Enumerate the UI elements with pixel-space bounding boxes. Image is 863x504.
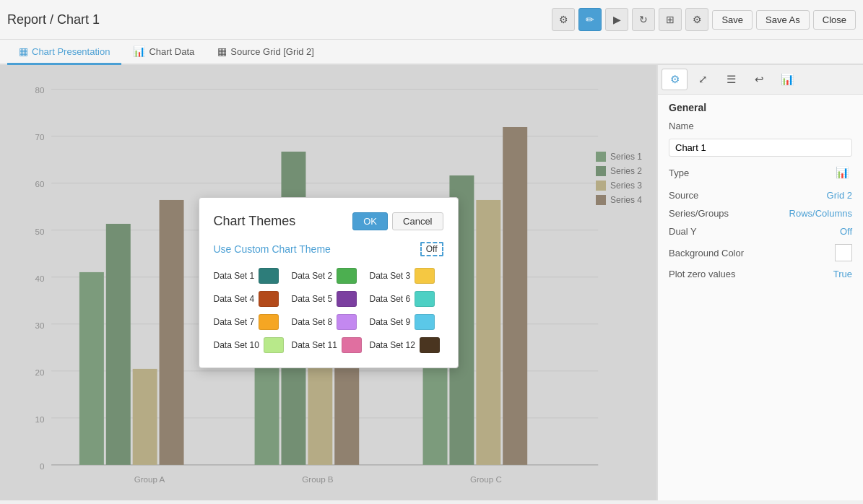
tab-chart-presentation[interactable]: ▦ Chart Presentation — [7, 40, 121, 65]
close-button[interactable]: Close — [813, 10, 856, 30]
header-toolbar: ⚙ ✏ ▶ ↻ ⊞ ⚙ Save Save As Close — [552, 8, 856, 31]
dataset-color-11[interactable] — [342, 337, 362, 353]
dataset-label-8: Data Set 8 — [292, 317, 333, 327]
dataset-color-9[interactable] — [415, 314, 435, 330]
expand-icon-btn[interactable]: ⊞ — [659, 8, 682, 31]
panel-tabs: ⚙ ⤢ ☰ ↩ 📊 — [658, 65, 863, 95]
chart-presentation-icon: ▦ — [19, 45, 28, 57]
dataset-label-11: Data Set 11 — [292, 340, 337, 350]
page-title: Report / Chart 1 — [7, 12, 100, 27]
panel-series-groups-row: Series/Groups Rows/Columns — [669, 208, 852, 219]
panel-tab-chart[interactable]: 📊 — [774, 69, 800, 90]
config-icon-btn[interactable]: ⚙ — [685, 8, 708, 31]
panel-dual-y-row: Dual Y Off — [669, 226, 852, 237]
panel-tab-expand[interactable]: ⤢ — [690, 69, 716, 90]
dataset-item-7: Data Set 7 — [214, 314, 287, 330]
series-groups-label: Series/Groups — [669, 208, 789, 219]
dataset-color-12[interactable] — [420, 337, 440, 353]
modal-overlay: Chart Themes OK Cancel Use Custom Chart … — [0, 65, 656, 500]
plot-zero-label: Plot zero values — [669, 269, 833, 279]
panel-tab-list[interactable]: ☰ — [718, 69, 744, 90]
custom-theme-row: Use Custom Chart Theme Off — [214, 242, 443, 256]
panel-name-row: Name — [669, 121, 852, 131]
dataset-color-5[interactable] — [337, 291, 357, 307]
datasets-grid: Data Set 1Data Set 2Data Set 3Data Set 4… — [214, 268, 443, 353]
dataset-color-7[interactable] — [259, 314, 279, 330]
name-input[interactable] — [669, 139, 852, 157]
save-button[interactable]: Save — [712, 10, 753, 30]
dataset-label-5: Data Set 5 — [292, 294, 333, 304]
header: Report / Chart 1 ⚙ ✏ ▶ ↻ ⊞ ⚙ Save Save A… — [0, 0, 863, 40]
dataset-color-4[interactable] — [259, 291, 279, 307]
edit-icon-btn[interactable]: ✏ — [578, 8, 602, 31]
custom-theme-toggle[interactable]: Off — [420, 242, 443, 256]
dataset-item-8: Data Set 8 — [292, 314, 365, 330]
dataset-color-2[interactable] — [337, 268, 357, 284]
modal-header: Chart Themes OK Cancel — [214, 212, 443, 230]
dataset-item-3: Data Set 3 — [370, 268, 443, 284]
dataset-label-2: Data Set 2 — [292, 271, 333, 281]
dataset-item-4: Data Set 4 — [214, 291, 287, 307]
cancel-button[interactable]: Cancel — [392, 212, 443, 230]
dual-y-label: Dual Y — [669, 226, 840, 237]
bgcolor-swatch[interactable] — [835, 244, 852, 261]
dataset-item-9: Data Set 9 — [370, 314, 443, 330]
dataset-label-12: Data Set 12 — [370, 340, 415, 350]
plot-zero-value[interactable]: True — [833, 269, 852, 279]
panel-general-section: General Name Type 📊 Source Grid 2 Series… — [658, 95, 863, 294]
tab-chart-data[interactable]: 📊 Chart Data — [121, 40, 206, 65]
dataset-item-6: Data Set 6 — [370, 291, 443, 307]
bgcolor-label: Background Color — [669, 248, 835, 258]
dataset-item-1: Data Set 1 — [214, 268, 287, 284]
dataset-item-10: Data Set 10 — [214, 337, 287, 353]
play-icon-btn[interactable]: ▶ — [605, 8, 628, 31]
panel-type-row: Type 📊 — [669, 162, 852, 183]
chart-data-icon: 📊 — [133, 45, 145, 57]
modal-title: Chart Themes — [214, 214, 296, 229]
refresh-icon-btn[interactable]: ↻ — [632, 8, 655, 31]
custom-theme-label: Use Custom Chart Theme — [214, 243, 331, 255]
dataset-item-2: Data Set 2 — [292, 268, 365, 284]
general-section-title: General — [669, 102, 852, 113]
name-label: Name — [669, 121, 852, 131]
dataset-item-12: Data Set 12 — [370, 337, 443, 353]
dataset-color-1[interactable] — [259, 268, 279, 284]
dataset-label-1: Data Set 1 — [214, 271, 255, 281]
source-label: Source — [669, 190, 827, 201]
settings-icon-btn[interactable]: ⚙ — [552, 8, 575, 31]
panel-source-row: Source Grid 2 — [669, 190, 852, 201]
dataset-label-6: Data Set 6 — [370, 294, 411, 304]
type-label: Type — [669, 168, 832, 178]
source-value[interactable]: Grid 2 — [827, 190, 852, 201]
dataset-color-10[interactable] — [264, 337, 284, 353]
dataset-color-3[interactable] — [415, 268, 435, 284]
source-grid-icon: ▦ — [217, 45, 227, 57]
panel-bgcolor-row: Background Color — [669, 244, 852, 261]
modal-action-buttons: OK Cancel — [352, 212, 443, 230]
save-as-button[interactable]: Save As — [756, 10, 810, 30]
right-panel: ⚙ ⤢ ☰ ↩ 📊 General Name Type 📊 Source Gri… — [657, 65, 863, 500]
dual-y-value[interactable]: Off — [840, 226, 852, 237]
chart-container: 80 70 60 50 40 30 20 10 0 — [0, 65, 657, 500]
panel-tab-back[interactable]: ↩ — [746, 69, 772, 90]
tab-source-grid[interactable]: ▦ Source Grid [Grid 2] — [206, 40, 326, 65]
chart-type-icon[interactable]: 📊 — [832, 162, 852, 183]
dataset-item-11: Data Set 11 — [292, 337, 365, 353]
dataset-label-7: Data Set 7 — [214, 317, 255, 327]
ok-button[interactable]: OK — [352, 212, 388, 230]
dataset-color-8[interactable] — [337, 314, 357, 330]
dataset-label-9: Data Set 9 — [370, 317, 411, 327]
dataset-label-4: Data Set 4 — [214, 294, 255, 304]
dataset-color-6[interactable] — [415, 291, 435, 307]
series-groups-value[interactable]: Rows/Columns — [789, 208, 852, 219]
panel-plot-zero-row: Plot zero values True — [669, 269, 852, 279]
main-area: 80 70 60 50 40 30 20 10 0 — [0, 65, 863, 500]
dataset-item-5: Data Set 5 — [292, 291, 365, 307]
dataset-label-3: Data Set 3 — [370, 271, 411, 281]
main-tabs: ▦ Chart Presentation 📊 Chart Data ▦ Sour… — [0, 40, 863, 65]
dataset-label-10: Data Set 10 — [214, 340, 259, 350]
chart-themes-modal: Chart Themes OK Cancel Use Custom Chart … — [199, 197, 459, 368]
panel-tab-general[interactable]: ⚙ — [662, 69, 688, 90]
